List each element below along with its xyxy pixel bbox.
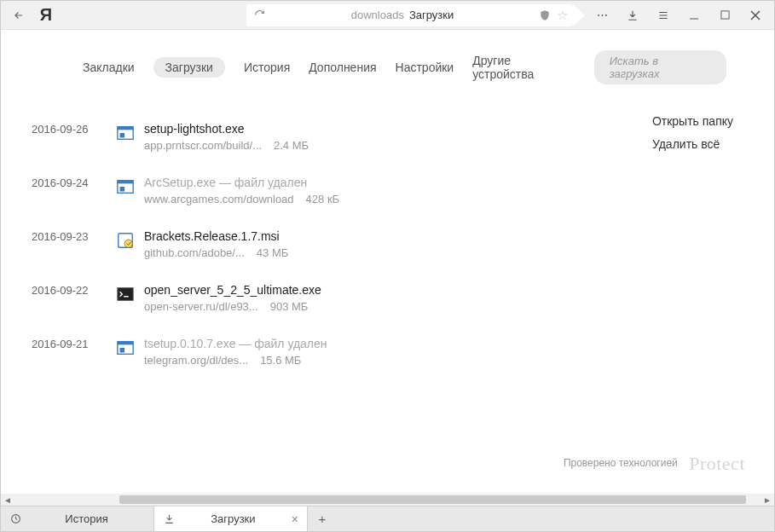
svg-rect-11 (118, 342, 133, 345)
download-meta: github.com/adobe/...43 МБ (144, 246, 774, 259)
download-date: 2016-09-21 (32, 337, 110, 350)
top-nav: Закладки Загрузки История Дополнения Нас… (1, 30, 774, 95)
favorite-star-icon[interactable]: ☆ (557, 8, 568, 23)
address-text: downloads Загрузки (272, 9, 533, 21)
shield-icon[interactable] (538, 9, 552, 22)
nav-settings[interactable]: Настройки (396, 61, 454, 74)
download-url[interactable]: www.arcgames.com/download (144, 193, 294, 205)
download-meta: www.arcgames.com/download428 кБ (144, 193, 774, 205)
tab-label: Загрузки (182, 512, 285, 525)
downloads-list: Открыть папку Удалить всё 2016-09-26setu… (1, 95, 774, 494)
scroll-right-icon[interactable]: ► (761, 495, 774, 505)
address-scheme: downloads (351, 9, 404, 21)
download-size: 903 МБ (270, 300, 309, 313)
nav-history[interactable]: История (244, 61, 290, 74)
menu-icon[interactable] (648, 3, 679, 27)
protect-brand: Protect (689, 453, 745, 474)
tab-label: История (28, 512, 145, 525)
footer-note: Проверено технологией Protect (564, 453, 745, 475)
download-date: 2016-09-26 (32, 122, 110, 136)
download-url[interactable]: open-server.ru/dl/e93... (144, 300, 258, 313)
browser-chrome-bar: Я downloads Загрузки ☆ ⋯ (1, 1, 774, 30)
download-size: 15.6 МБ (260, 354, 301, 367)
svg-rect-2 (118, 127, 133, 130)
file-icon (110, 283, 141, 304)
scroll-left-icon[interactable]: ◄ (1, 495, 14, 505)
download-row[interactable]: 2016-09-24ArcSetup.exe — файл удаленwww.… (1, 164, 774, 217)
nav-extensions[interactable]: Дополнения (309, 61, 376, 74)
window-minimize-button[interactable] (679, 3, 709, 27)
scroll-thumb[interactable] (119, 495, 746, 504)
download-size: 2.4 МБ (274, 139, 309, 152)
open-folder-link[interactable]: Открыть папку (652, 110, 733, 133)
download-url[interactable]: app.prntscr.com/build/... (144, 139, 262, 152)
download-url[interactable]: telegram.org/dl/des... (144, 354, 248, 367)
svg-rect-6 (120, 187, 125, 192)
download-name[interactable]: open_server_5_2_5_ultimate.exe (144, 283, 774, 297)
svg-rect-5 (118, 181, 133, 184)
reload-icon[interactable] (252, 9, 267, 20)
svg-rect-3 (120, 133, 125, 138)
download-row[interactable]: 2016-09-21tsetup.0.10.7.exe — файл удале… (1, 325, 774, 379)
address-title: Загрузки (409, 9, 454, 21)
tab-downloads[interactable]: Загрузки × (154, 506, 308, 531)
download-date: 2016-09-24 (32, 176, 110, 189)
tab-add-button[interactable]: + (308, 506, 337, 531)
download-meta: open-server.ru/dl/e93...903 МБ (144, 300, 774, 313)
download-date: 2016-09-23 (32, 229, 110, 243)
nav-bookmarks[interactable]: Закладки (83, 61, 135, 74)
back-button[interactable] (4, 3, 33, 27)
address-bar[interactable]: downloads Загрузки ☆ (246, 4, 573, 26)
download-meta: telegram.org/dl/des...15.6 МБ (144, 354, 774, 367)
more-button[interactable]: ⋯ (587, 3, 617, 27)
window-maximize-button[interactable] (709, 3, 740, 27)
download-size: 428 кБ (306, 193, 340, 205)
clock-icon (9, 513, 21, 524)
svg-rect-0 (720, 11, 728, 19)
tab-bar: История Загрузки × + (1, 506, 774, 531)
window-close-button[interactable] (740, 3, 771, 27)
file-icon (110, 122, 141, 142)
download-date: 2016-09-22 (32, 283, 110, 297)
svg-rect-9 (118, 288, 133, 301)
download-icon (163, 513, 175, 524)
scroll-track[interactable] (14, 495, 761, 504)
search-input[interactable]: Искать в загрузках (594, 50, 726, 84)
download-url[interactable]: github.com/adobe/... (144, 246, 245, 259)
download-name[interactable]: Brackets.Release.1.7.msi (144, 229, 774, 243)
footer-checked-by: Проверено технологией (564, 457, 678, 469)
nav-downloads[interactable]: Загрузки (153, 57, 225, 78)
tab-history[interactable]: История (1, 506, 154, 531)
file-icon (110, 337, 141, 357)
download-size: 43 МБ (257, 246, 288, 259)
download-name[interactable]: ArcSetup.exe — файл удален (144, 176, 774, 189)
svg-point-8 (124, 240, 132, 247)
horizontal-scrollbar[interactable]: ◄ ► (1, 494, 774, 506)
downloads-tray-icon[interactable] (617, 3, 648, 27)
download-row[interactable]: 2016-09-23Brackets.Release.1.7.msigithub… (1, 217, 774, 271)
nav-other-devices[interactable]: Другие устройства (472, 54, 575, 81)
browser-logo[interactable]: Я (33, 5, 59, 25)
file-icon (110, 229, 141, 250)
delete-all-link[interactable]: Удалить всё (652, 133, 733, 156)
page-content: Закладки Загрузки История Дополнения Нас… (1, 30, 774, 494)
file-icon (110, 176, 141, 196)
download-name[interactable]: tsetup.0.10.7.exe — файл удален (144, 337, 774, 350)
svg-rect-12 (120, 348, 125, 353)
side-actions: Открыть папку Удалить всё (652, 110, 733, 155)
tab-close-icon[interactable]: × (292, 512, 298, 526)
download-row[interactable]: 2016-09-22open_server_5_2_5_ultimate.exe… (1, 271, 774, 325)
